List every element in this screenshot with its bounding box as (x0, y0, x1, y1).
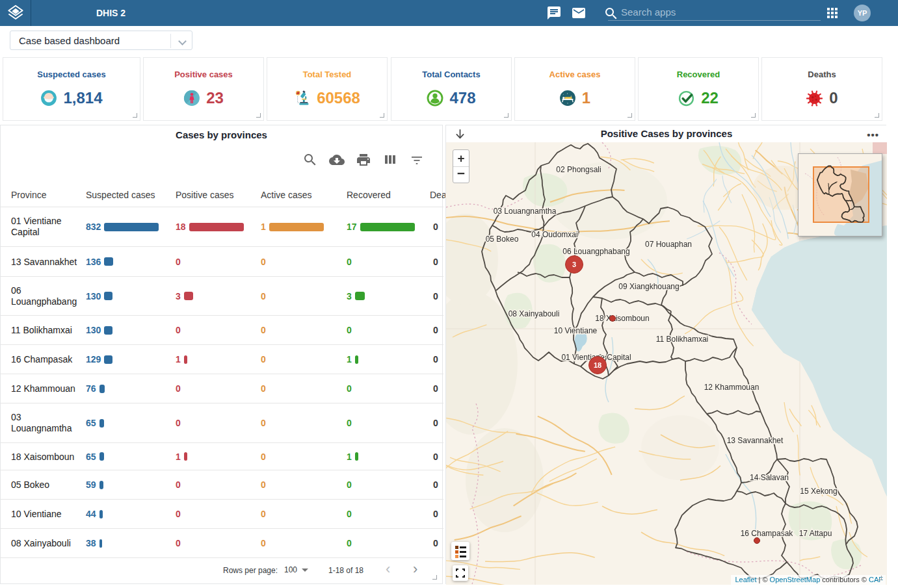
svg-text:3: 3 (572, 261, 576, 268)
svg-text:07 Houaphan: 07 Houaphan (645, 240, 692, 249)
svg-text:14 Salavan: 14 Salavan (750, 473, 789, 482)
svg-text:08 Xainyabouli: 08 Xainyabouli (508, 309, 560, 318)
svg-text:09 Xiangkhouang: 09 Xiangkhouang (618, 282, 679, 291)
svg-text:11 Bolikhamxai: 11 Bolikhamxai (656, 335, 708, 344)
svg-text:06 Louangphabang: 06 Louangphabang (562, 247, 629, 256)
svg-text:16 Champasak: 16 Champasak (741, 529, 794, 538)
svg-text:03 Louangnamtha: 03 Louangnamtha (494, 207, 557, 216)
svg-text:17 Attapu: 17 Attapu (799, 529, 832, 538)
svg-text:02 Phongsali: 02 Phongsali (556, 165, 601, 174)
svg-text:18: 18 (594, 361, 601, 369)
svg-text:13 Savannakhet: 13 Savannakhet (727, 436, 784, 445)
svg-text:05 Bokeo: 05 Bokeo (486, 235, 519, 244)
svg-text:12 Khammouan: 12 Khammouan (704, 383, 759, 392)
svg-text:10 Vientiane: 10 Vientiane (554, 326, 598, 335)
svg-text:18 Xaisomboun: 18 Xaisomboun (595, 314, 649, 323)
svg-text:04 Oudomxai: 04 Oudomxai (531, 230, 577, 239)
svg-text:15 Xekong: 15 Xekong (800, 487, 837, 496)
